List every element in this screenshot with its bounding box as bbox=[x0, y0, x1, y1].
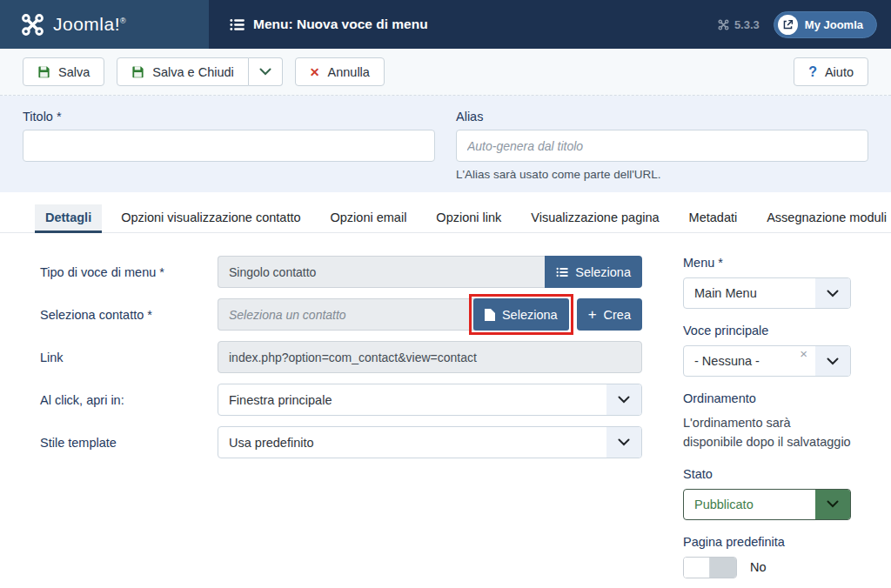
save-icon bbox=[131, 65, 144, 78]
joomla-logo-icon bbox=[21, 13, 44, 37]
external-link-icon bbox=[778, 15, 798, 35]
cancel-x-icon: ✕ bbox=[310, 65, 320, 79]
contact-row: Seleziona contatto * Seleziona bbox=[40, 298, 642, 331]
my-joomla-button[interactable]: My Joomla bbox=[774, 11, 877, 38]
title-alias-section: Titolo * Alias L'Alias sarà usato come p… bbox=[0, 96, 891, 192]
alias-input[interactable] bbox=[456, 130, 868, 162]
contact-create-button[interactable]: + Crea bbox=[577, 298, 642, 331]
logo-wordmark: Joomla!® bbox=[53, 14, 126, 35]
default-page-group: Pagina predefinita No bbox=[683, 535, 851, 578]
contact-input bbox=[218, 298, 478, 331]
template-style-row: Stile template Usa predefinito bbox=[40, 426, 642, 458]
annotation-highlight: Seleziona bbox=[469, 294, 573, 335]
toggle-track bbox=[710, 558, 736, 578]
tab-assegnazione-moduli[interactable]: Assegnazione moduli bbox=[756, 204, 891, 232]
tab-metadati[interactable]: Metadati bbox=[679, 204, 748, 232]
save-icon bbox=[37, 65, 50, 78]
menu-label: Menu * bbox=[683, 256, 851, 270]
target-label: Al click, apri in: bbox=[40, 393, 218, 407]
menu-type-label: Tipo di voce di menu * bbox=[40, 265, 218, 279]
save-close-button-group: Salva e Chiudi bbox=[117, 57, 283, 86]
save-button[interactable]: Salva bbox=[23, 57, 104, 86]
settings-sidebar: Menu * Main Menu Voce principale - Nessu… bbox=[683, 256, 851, 588]
alias-label: Alias bbox=[456, 110, 868, 124]
template-style-label: Stile template bbox=[40, 436, 218, 450]
alias-help-text: L'Alias sarà usato come parte dell'URL. bbox=[456, 168, 868, 181]
help-button[interactable]: ? Aiuto bbox=[794, 57, 868, 86]
menu-list-icon bbox=[230, 18, 245, 31]
status-label: Stato bbox=[683, 467, 851, 481]
status-select[interactable]: Pubblicato bbox=[683, 489, 851, 520]
menu-type-row: Tipo di voce di menu * Seleziona bbox=[40, 256, 642, 288]
cancel-button[interactable]: ✕ Annulla bbox=[295, 57, 385, 86]
link-label: Link bbox=[40, 351, 218, 364]
joomla-logo: Joomla!® bbox=[0, 0, 209, 49]
ordering-label: Ordinamento bbox=[683, 391, 851, 405]
tab-bar: Dettagli Opzioni visualizzazione contatt… bbox=[0, 192, 891, 233]
details-form: Tipo di voce di menu * Seleziona bbox=[40, 256, 642, 588]
chevron-down-icon bbox=[815, 490, 850, 519]
list-icon bbox=[556, 267, 568, 277]
parent-item-label: Voce principale bbox=[683, 324, 851, 337]
chevron-down-icon bbox=[606, 384, 641, 415]
save-options-dropdown-button[interactable] bbox=[249, 57, 283, 86]
tab-opzioni-visualizzazione-contatto[interactable]: Opzioni visualizzazione contatto bbox=[111, 204, 311, 232]
title-input[interactable] bbox=[23, 130, 435, 162]
plus-icon: + bbox=[588, 307, 597, 322]
version-badge: 5.3.3 bbox=[718, 18, 760, 31]
target-select[interactable]: Finestra principale bbox=[218, 384, 642, 416]
link-row: Link bbox=[40, 341, 642, 373]
page-title: Menu: Nuova voce di menu bbox=[230, 17, 428, 32]
parent-item-select[interactable]: - Nessuna - × bbox=[683, 345, 851, 377]
chevron-down-icon bbox=[815, 346, 850, 376]
save-close-button[interactable]: Salva e Chiudi bbox=[117, 57, 249, 86]
clear-selection-icon[interactable]: × bbox=[796, 346, 815, 376]
joomla-version-icon bbox=[718, 19, 729, 30]
template-style-select[interactable]: Usa predefinito bbox=[218, 426, 642, 458]
ordering-group: Ordinamento L'ordinamento sarà disponibi… bbox=[683, 391, 851, 452]
ordering-note: L'ordinamento sarà disponibile dopo il s… bbox=[683, 413, 851, 452]
question-mark-icon: ? bbox=[808, 64, 817, 80]
menu-group: Menu * Main Menu bbox=[683, 256, 851, 309]
tab-dettagli[interactable]: Dettagli bbox=[35, 204, 102, 233]
contact-label: Seleziona contatto * bbox=[40, 308, 218, 322]
default-page-value: No bbox=[750, 560, 767, 574]
default-page-toggle[interactable] bbox=[683, 557, 737, 578]
parent-item-group: Voce principale - Nessuna - × bbox=[683, 324, 851, 377]
menu-select[interactable]: Main Menu bbox=[683, 277, 851, 309]
app-header: Joomla!® Menu: Nuova voce di menu bbox=[0, 0, 891, 49]
status-group: Stato Pubblicato bbox=[683, 467, 851, 520]
menu-type-input bbox=[218, 256, 545, 288]
chevron-down-icon bbox=[815, 278, 850, 308]
chevron-down-icon bbox=[259, 68, 271, 76]
link-input bbox=[218, 341, 642, 373]
target-row: Al click, apri in: Finestra principale bbox=[40, 384, 642, 416]
tab-visualizzazione-pagina[interactable]: Visualizzazione pagina bbox=[520, 204, 669, 232]
tab-opzioni-link[interactable]: Opzioni link bbox=[425, 204, 512, 232]
file-icon bbox=[485, 309, 495, 321]
toolbar: Salva Salva e Chiudi ✕ Annulla ? Aiuto bbox=[0, 49, 891, 96]
edit-form-card: Dettagli Opzioni visualizzazione contatt… bbox=[0, 192, 891, 588]
contact-select-button[interactable]: Seleziona bbox=[473, 298, 569, 331]
chevron-down-icon bbox=[606, 427, 641, 458]
title-label: Titolo * bbox=[23, 110, 435, 124]
menu-type-select-button[interactable]: Seleziona bbox=[545, 256, 642, 288]
toggle-knob bbox=[684, 558, 710, 578]
default-page-label: Pagina predefinita bbox=[683, 535, 851, 549]
tab-opzioni-email[interactable]: Opzioni email bbox=[320, 204, 418, 232]
